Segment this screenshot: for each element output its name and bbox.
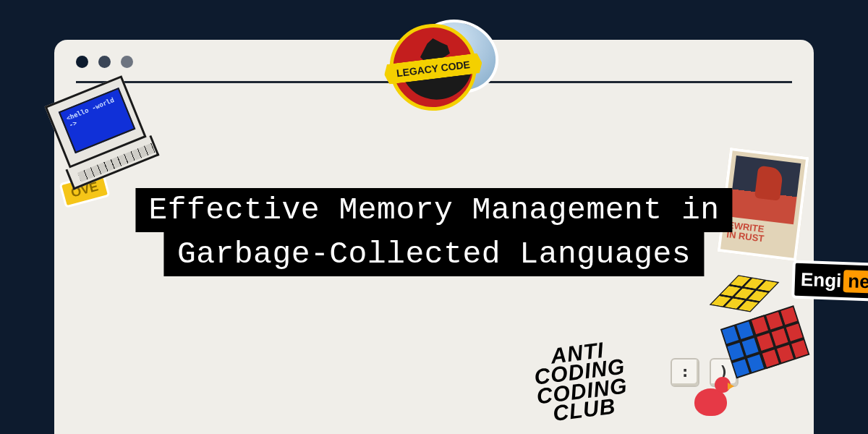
traffic-light-zoom bbox=[121, 56, 133, 68]
anti-coding-club-sticker: ANTI CODING CODING CLUB bbox=[531, 339, 631, 425]
computer-screen-text: <hello -world -> bbox=[59, 88, 136, 153]
traffic-light-close bbox=[76, 56, 88, 68]
engineer-sticker: Engi nee bbox=[791, 260, 868, 302]
title-line-1: Effective Memory Management in bbox=[135, 188, 732, 232]
legacy-code-sticker: LEGACY CODE bbox=[387, 20, 501, 99]
smiley-keys-sticker: : ) bbox=[669, 358, 740, 387]
traffic-light-minimize bbox=[98, 56, 111, 68]
title-line-2: Garbage-Collected Languages bbox=[164, 232, 704, 276]
page-title: Effective Memory Management in Garbage-C… bbox=[135, 188, 732, 276]
chicken-icon bbox=[694, 380, 734, 416]
rust-poster-art bbox=[729, 156, 801, 224]
